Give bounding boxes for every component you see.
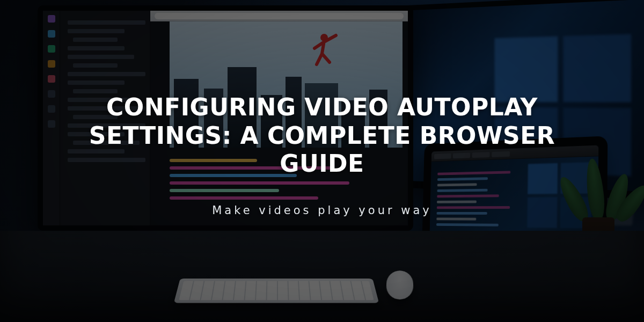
hero-title: CONFIGURING VIDEO AUTOPLAY SETTINGS: A C… bbox=[64, 93, 580, 178]
hero-tagline: Make videos play your way bbox=[212, 204, 431, 217]
hero-text-block: CONFIGURING VIDEO AUTOPLAY SETTINGS: A C… bbox=[0, 0, 644, 322]
